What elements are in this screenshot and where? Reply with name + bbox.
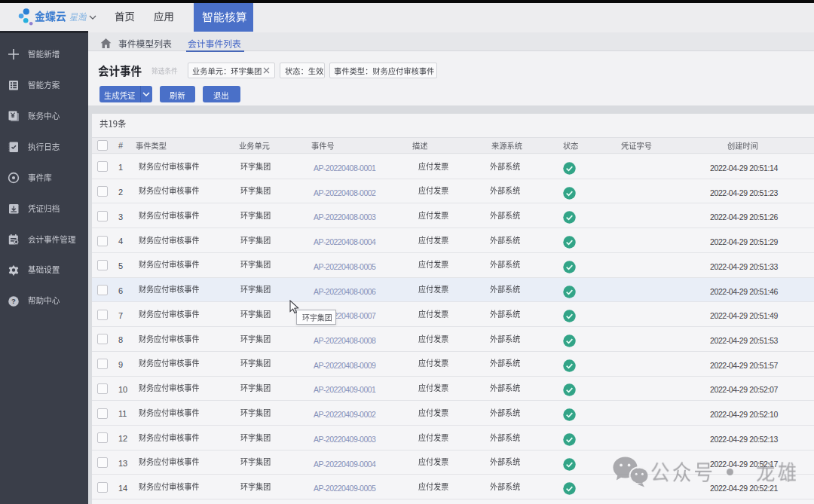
svg-text:?: ? <box>11 297 16 305</box>
